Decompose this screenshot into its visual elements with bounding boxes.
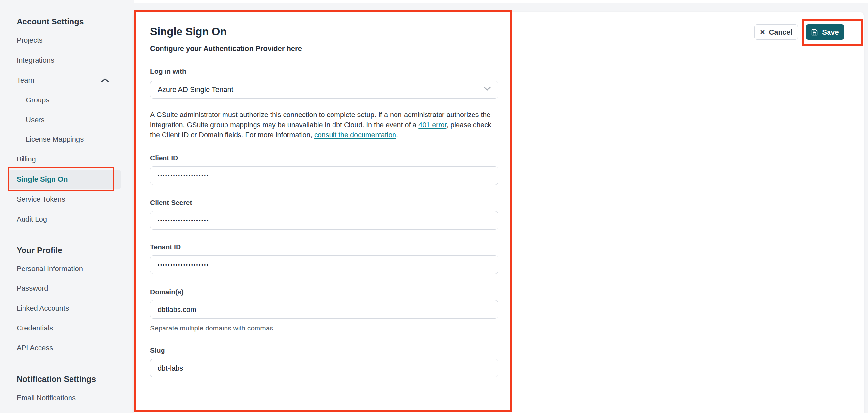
save-button-label: Save — [822, 28, 839, 36]
sidebar-item-api-access[interactable]: API Access — [17, 343, 53, 353]
tenant-id-label: Tenant ID — [150, 243, 181, 251]
account-settings-page: Account Settings Projects Integrations T… — [0, 0, 868, 413]
sidebar-item-audit-log[interactable]: Audit Log — [17, 214, 47, 224]
401-error-link[interactable]: 401 error — [418, 121, 446, 129]
sidebar-item-service-tokens[interactable]: Service Tokens — [17, 194, 65, 204]
login-with-label: Log in with — [150, 67, 186, 75]
page-subtitle: Configure your Authentication Provider h… — [150, 44, 302, 53]
sidebar-item-email-notifications[interactable]: Email Notifications — [17, 393, 76, 403]
sidebar-item-password[interactable]: Password — [17, 284, 48, 293]
client-id-input[interactable] — [150, 166, 498, 185]
sidebar-item-linked-accounts[interactable]: Linked Accounts — [17, 304, 69, 313]
close-icon: ✕ — [760, 29, 765, 35]
sidebar-item-team[interactable]: Team — [17, 75, 34, 85]
tenant-id-input[interactable] — [150, 255, 498, 274]
save-icon — [811, 29, 818, 36]
sidebar-item-billing[interactable]: Billing — [17, 154, 36, 164]
sidebar-header-account-settings: Account Settings — [17, 17, 84, 26]
domains-helper-text: Separate multiple domains with commas — [150, 324, 273, 332]
sidebar-item-license-mappings[interactable]: License Mappings — [26, 134, 84, 144]
client-secret-input[interactable] — [150, 211, 498, 230]
sidebar-item-personal-information[interactable]: Personal Information — [17, 264, 83, 274]
domains-label: Domain(s) — [150, 288, 184, 296]
sidebar: Account Settings Projects Integrations T… — [0, 0, 129, 413]
sidebar-item-users[interactable]: Users — [26, 115, 44, 125]
domains-input[interactable] — [150, 300, 498, 319]
sidebar-header-notification-settings: Notification Settings — [17, 374, 96, 384]
sidebar-item-projects[interactable]: Projects — [17, 36, 42, 45]
consult-documentation-link[interactable]: consult the documentation — [314, 131, 396, 139]
sidebar-item-groups[interactable]: Groups — [26, 95, 49, 105]
chevron-up-icon[interactable] — [99, 76, 111, 86]
info-text-3: . — [396, 131, 398, 139]
chevron-down-icon — [482, 85, 492, 94]
client-secret-label: Client Secret — [150, 199, 192, 206]
slug-label: Slug — [150, 346, 165, 354]
login-with-selected-value: Azure AD Single Tenant — [158, 86, 233, 94]
cancel-button-label: Cancel — [769, 28, 792, 36]
page-title: Single Sign On — [150, 26, 227, 38]
sidebar-item-credentials[interactable]: Credentials — [17, 323, 53, 333]
top-header-strip — [134, 0, 868, 3]
save-button[interactable]: Save — [806, 25, 844, 40]
sidebar-item-integrations[interactable]: Integrations — [17, 56, 54, 65]
sidebar-item-single-sign-on[interactable]: Single Sign On — [17, 174, 67, 184]
slug-input[interactable] — [150, 359, 498, 377]
sidebar-header-your-profile: Your Profile — [17, 245, 62, 255]
client-id-label: Client ID — [150, 154, 178, 162]
login-with-select[interactable]: Azure AD Single Tenant — [150, 81, 498, 98]
cancel-button[interactable]: ✕ Cancel — [754, 25, 798, 40]
gsuite-info-text: A GSuite administrator must authorize th… — [150, 110, 502, 140]
